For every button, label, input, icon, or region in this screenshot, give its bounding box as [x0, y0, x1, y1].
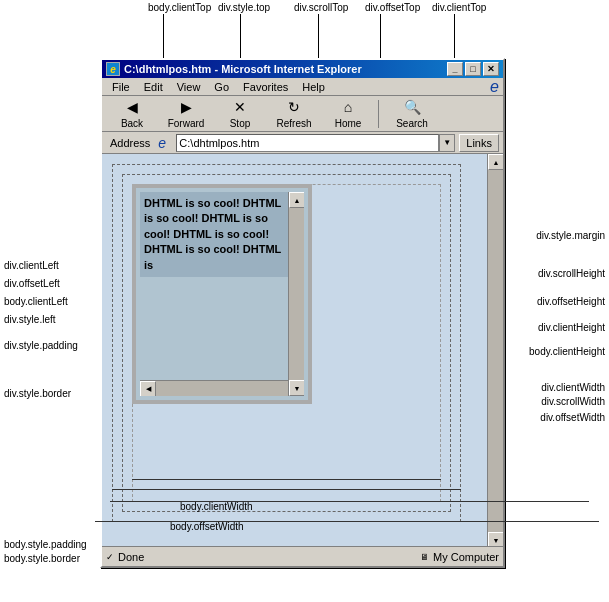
annotation-div-scroll-width: div.scrollWidth — [541, 396, 605, 407]
address-dropdown[interactable]: ▼ — [439, 134, 455, 152]
annotation-div-client-top2: div.clientTop — [432, 2, 486, 13]
scroll-down-btn[interactable]: ▼ — [289, 380, 304, 396]
ie-menubar: File Edit View Go Favorites Help e — [102, 78, 503, 96]
forward-icon: ▶ — [175, 98, 197, 116]
annotation-div-client-width: div.clientWidth — [541, 382, 605, 393]
annotation-div-client-height: div.clientHeight — [538, 322, 605, 333]
annotation-body-client-width: body.clientWidth — [180, 501, 253, 512]
page-icon: e — [158, 135, 174, 151]
ie-titlebar-left: e C:\dhtmlpos.htm - Microsoft Internet E… — [106, 62, 362, 76]
maximize-button[interactable]: □ — [465, 62, 481, 76]
vline-body-client-top — [163, 14, 164, 62]
scroll-track-h[interactable] — [140, 381, 288, 396]
annotation-body-client-top: body.clientTop — [148, 2, 211, 13]
annotation-div-client-left: div.clientLeft — [4, 260, 59, 271]
menu-favorites[interactable]: Favorites — [237, 79, 294, 95]
annotation-div-scroll-top: div.scrollTop — [294, 2, 348, 13]
scrollable-div: ▲ ▼ ◀ ▶ DHTML is so cool! DHTML is s — [132, 184, 312, 404]
close-button[interactable]: ✕ — [483, 62, 499, 76]
refresh-icon: ↻ — [283, 98, 305, 116]
computer-icon: 🖥 — [420, 552, 429, 562]
vline-div-client-top — [454, 14, 455, 62]
scroll-track-v[interactable] — [289, 208, 304, 380]
vline-div-scroll-top — [318, 14, 319, 62]
div-scrollbar-h[interactable]: ◀ ▶ — [140, 380, 288, 396]
annotation-body-offset-width: body.offsetWidth — [170, 521, 244, 532]
vline-div-offset-top — [380, 14, 381, 62]
status-icon: ✓ — [106, 552, 114, 562]
ie-icon: e — [106, 62, 120, 76]
ie-scrollbar-v[interactable]: ▲ ▼ — [487, 154, 503, 548]
annotation-div-offset-left: div.offsetLeft — [4, 278, 60, 289]
search-icon: 🔍 — [401, 98, 423, 116]
ie-content-inner: ▲ ▼ ◀ ▶ DHTML is so cool! DHTML is s — [102, 154, 487, 548]
annotation-body-client-height: body.clientHeight — [529, 346, 605, 357]
ie-scroll-track-v[interactable] — [488, 170, 503, 532]
div-scrollbar-v[interactable]: ▲ ▼ — [288, 192, 304, 396]
menu-go[interactable]: Go — [208, 79, 235, 95]
zone-text: My Computer — [433, 551, 499, 563]
ie-logo: e — [490, 78, 499, 96]
statusbar-right: 🖥 My Computer — [420, 551, 499, 563]
scroll-left-btn[interactable]: ◀ — [140, 381, 156, 396]
ie-browser-window: e C:\dhtmlpos.htm - Microsoft Internet E… — [100, 58, 505, 568]
menu-edit[interactable]: Edit — [138, 79, 169, 95]
ie-titlebar: e C:\dhtmlpos.htm - Microsoft Internet E… — [102, 60, 503, 78]
annotation-body-client-left: body.clientLeft — [4, 296, 68, 307]
annotation-div-style-top: div.style.top — [218, 2, 270, 13]
home-icon: ⌂ — [337, 98, 359, 116]
h-arrow-body-offset-width — [95, 521, 599, 522]
address-input[interactable]: C:\dhtmlpos.htm — [176, 134, 439, 152]
refresh-button[interactable]: ↻ Refresh — [268, 98, 320, 130]
status-text: Done — [118, 551, 144, 563]
ie-statusbar: ✓ Done 🖥 My Computer — [102, 546, 503, 566]
annotation-div-style-margin: div.style.margin — [536, 230, 605, 241]
annotation-div-offset-top: div.offsetTop — [365, 2, 420, 13]
annotation-body-style-padding: body.style.padding — [4, 539, 87, 550]
scroll-up-btn[interactable]: ▲ — [289, 192, 304, 208]
h-measure-line-2 — [112, 489, 461, 490]
annotation-div-offset-width: div.offsetWidth — [540, 412, 605, 423]
toolbar-separator — [378, 100, 379, 128]
div-inner: ▲ ▼ ◀ ▶ DHTML is so cool! DHTML is s — [140, 192, 304, 396]
address-label: Address — [106, 137, 154, 149]
h-arrow-body-client-width — [110, 501, 589, 502]
back-button[interactable]: ◀ Back — [106, 98, 158, 130]
ie-content: ▲ ▼ ◀ ▶ DHTML is so cool! DHTML is s — [102, 154, 503, 564]
menu-view[interactable]: View — [171, 79, 207, 95]
vline-div-style-top — [240, 14, 241, 62]
minimize-button[interactable]: _ — [447, 62, 463, 76]
home-button[interactable]: ⌂ Home — [322, 98, 374, 130]
ie-address-bar: Address e C:\dhtmlpos.htm ▼ Links — [102, 132, 503, 154]
annotation-div-offset-height: div.offsetHeight — [537, 296, 605, 307]
annotation-div-style-border: div.style.border — [4, 388, 71, 399]
menu-help[interactable]: Help — [296, 79, 331, 95]
links-button[interactable]: Links — [459, 134, 499, 152]
ie-toolbar: ◀ Back ▶ Forward ✕ Stop ↻ Refresh ⌂ Home… — [102, 96, 503, 132]
address-input-group: e C:\dhtmlpos.htm ▼ — [158, 134, 455, 152]
div-text-content: DHTML is so cool! DHTML is so cool! DHTM… — [140, 192, 288, 277]
forward-button[interactable]: ▶ Forward — [160, 98, 212, 130]
h-measure-line-1 — [132, 479, 441, 480]
ie-titlebar-buttons[interactable]: _ □ ✕ — [447, 62, 499, 76]
back-icon: ◀ — [121, 98, 143, 116]
stop-icon: ✕ — [229, 98, 251, 116]
diagram-container: body.clientTop div.style.top div.scrollT… — [0, 0, 609, 602]
ie-title: C:\dhtmlpos.htm - Microsoft Internet Exp… — [124, 63, 362, 75]
annotation-div-style-padding: div.style.padding — [4, 340, 78, 351]
annotation-body-style-border: body.style.border — [4, 553, 80, 564]
search-button[interactable]: 🔍 Search — [383, 98, 441, 130]
annotation-div-scroll-height: div.scrollHeight — [538, 268, 605, 279]
menu-file[interactable]: File — [106, 79, 136, 95]
stop-button[interactable]: ✕ Stop — [214, 98, 266, 130]
annotation-div-style-left: div.style.left — [4, 314, 56, 325]
ie-scroll-up-btn[interactable]: ▲ — [488, 154, 503, 170]
